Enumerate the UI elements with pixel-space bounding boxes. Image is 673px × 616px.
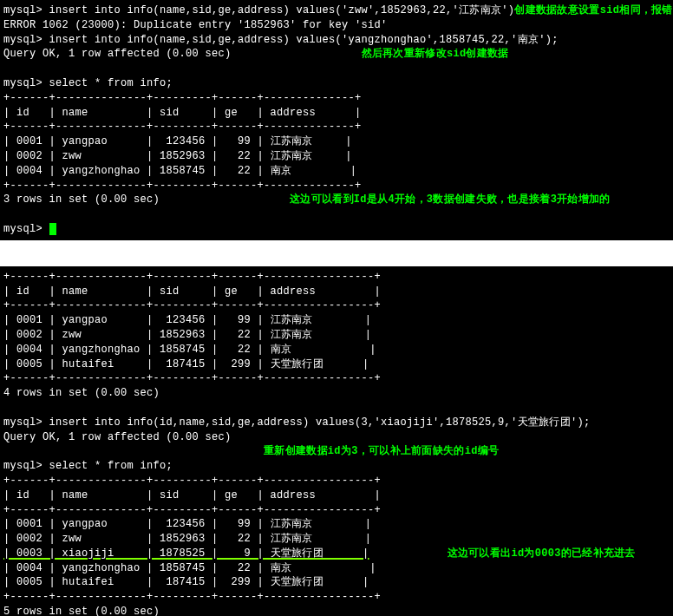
query-ok-1: Query OK, 1 row affected (0.00 sec) — [3, 48, 232, 60]
terminal-block-1[interactable]: mysql> insert into info(name,sid,ge,addr… — [0, 0, 673, 240]
table-row: | 0001 | yangpao | 123456 | 99 | 江苏南京 | — [3, 518, 371, 530]
table-row: | 0001 | yangpao | 123456 | 99 | 江苏南京 | — [3, 314, 371, 326]
table-row: | 0002 | zww | 1852963 | 22 | 江苏南京 | — [3, 533, 371, 545]
note-sid-same: 创建数据故意设置sid相同，报错 — [514, 4, 672, 16]
table-row: | 0004 | yangzhonghao | 1858745 | 22 | 南… — [3, 344, 376, 356]
table-sep: +------+--------------+---------+------+… — [3, 504, 381, 516]
mysql-prompt: mysql> — [3, 223, 49, 235]
cmd-select-1: mysql> select * from info; — [3, 77, 173, 89]
cmd-insert-id3: mysql> insert into info(id,name,sid,ge,a… — [3, 416, 591, 429]
table-sep: +------+--------------+---------+------+… — [3, 372, 381, 384]
note-id4: 这边可以看到Id是从4开始，3数据创建失败，也是接着3开始增加的 — [290, 193, 611, 206]
table-sep: +------+--------------+---------+------+… — [3, 271, 381, 283]
table-sep: +------+--------------+---------+------+… — [3, 299, 381, 311]
query-ok-2: Query OK, 1 row affected (0.00 sec) — [3, 431, 232, 443]
table-sep: +------+--------------+---------+------+… — [3, 92, 362, 104]
note-id3-added: 这边可以看出id为0003的已经补充进去 — [448, 547, 636, 560]
table-row: | 0004 | yangzhonghao | 1858745 | 22 | 南… — [3, 562, 376, 574]
table-header: | id | name | sid | ge | address | — [3, 489, 381, 501]
terminal-block-2[interactable]: +------+--------------+---------+------+… — [0, 266, 673, 616]
table-row: | 0005 | hutaifei | 187415 | 299 | 天堂旅行团… — [3, 358, 369, 370]
cursor-icon — [49, 223, 56, 235]
table-sep: +------+--------------+---------+------+… — [3, 121, 362, 133]
table-header: | id | name | sid | ge | address | — [3, 107, 362, 119]
note-rebuild-id3: 重新创建数据id为3，可以补上前面缺失的id编号 — [264, 445, 499, 457]
table-header: | id | name | sid | ge | address | — [3, 285, 381, 298]
gap-between-terminals — [0, 240, 673, 266]
table-sep: +------+--------------+---------+------+… — [3, 180, 362, 192]
table-row: | 0002 | zww | 1852963 | 22 | 江苏南京 | — [3, 150, 352, 162]
table-row: | 0005 | hutaifei | 187415 | 299 | 天堂旅行团… — [3, 576, 369, 588]
cmd-select-2: mysql> select * from info; — [3, 460, 173, 472]
table-row: | 0002 | zww | 1852963 | 22 | 江苏南京 | — [3, 329, 371, 341]
cmd-insert-zww: mysql> insert into info(name,sid,ge,addr… — [3, 4, 514, 16]
note-retry: 然后再次重新修改sid创建数据 — [362, 48, 509, 60]
table-row: | 0001 | yangpao | 123456 | 99 | 江苏南京 | — [3, 135, 352, 147]
cmd-insert-yang: mysql> insert into info(name,sid,ge,addr… — [3, 34, 559, 46]
rows-in-set-2: 5 rows in set (0.00 sec) — [3, 606, 160, 616]
table-sep: +------+--------------+---------+------+… — [3, 591, 381, 603]
table-row-highlighted: | 0003 | xiaojiji | 1878525 | 9 | 天堂旅行团 … — [3, 547, 369, 560]
table-row: | 0004 | yangzhonghao | 1858745 | 22 | 南… — [3, 165, 356, 177]
rows-in-set: 4 rows in set (0.00 sec) — [3, 387, 160, 399]
rows-in-set: 3 rows in set (0.00 sec) — [3, 193, 160, 206]
error-line: ERROR 1062 (23000): Duplicate entry '185… — [3, 19, 388, 31]
table-sep: +------+--------------+---------+------+… — [3, 475, 381, 487]
